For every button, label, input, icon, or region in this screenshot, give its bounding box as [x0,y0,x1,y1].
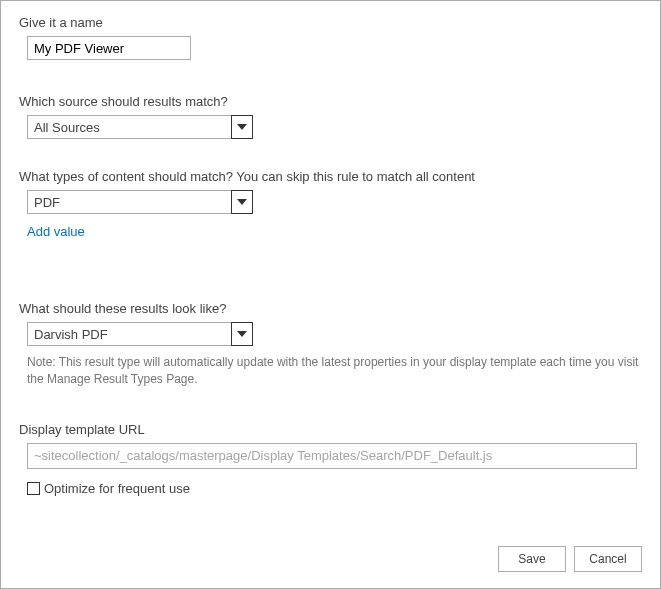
look-select[interactable]: Darvish PDF [27,322,253,346]
url-section: Display template URL Optimize for freque… [19,422,642,496]
source-selected-value: All Sources [34,120,100,135]
source-section: Which source should results match? All S… [19,94,642,139]
content-section: What types of content should match? You … [19,169,642,239]
optimize-row: Optimize for frequent use [27,481,642,496]
source-label: Which source should results match? [19,94,642,109]
name-section: Give it a name [19,15,642,60]
name-label: Give it a name [19,15,642,30]
look-note: Note: This result type will automaticall… [27,354,642,388]
optimize-label: Optimize for frequent use [44,481,190,496]
optimize-checkbox[interactable] [27,482,40,495]
cancel-button[interactable]: Cancel [574,546,642,572]
look-section: What should these results look like? Dar… [19,301,642,388]
add-value-link[interactable]: Add value [27,224,85,239]
content-selected-value: PDF [34,195,60,210]
url-label: Display template URL [19,422,642,437]
url-input[interactable] [27,443,637,469]
name-input[interactable] [27,36,191,60]
look-selected-value: Darvish PDF [34,327,108,342]
content-label: What types of content should match? You … [19,169,642,184]
button-row: Save Cancel [498,546,642,572]
result-type-dialog: Give it a name Which source should resul… [0,0,661,589]
save-button[interactable]: Save [498,546,566,572]
source-select[interactable]: All Sources [27,115,253,139]
content-select[interactable]: PDF [27,190,253,214]
look-label: What should these results look like? [19,301,642,316]
